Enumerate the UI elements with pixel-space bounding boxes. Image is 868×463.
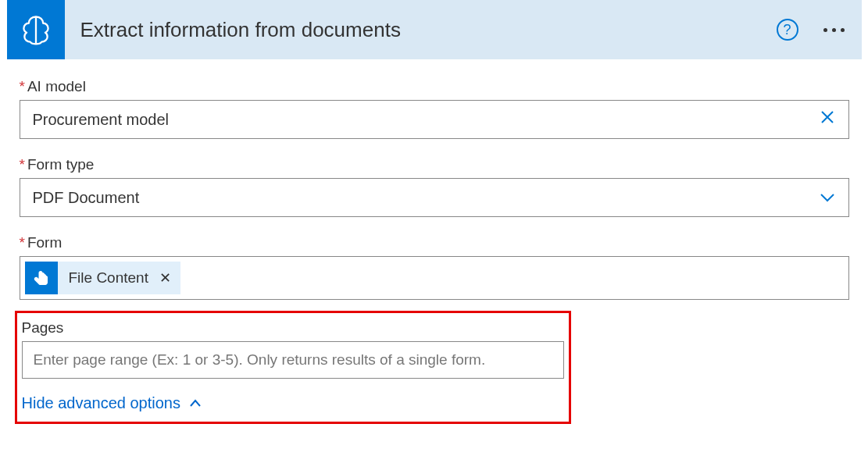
form-type-field: Form type PDF Document [20,156,849,217]
token-remove-icon[interactable]: ✕ [156,269,180,287]
token-label: File Content [58,269,156,287]
pages-label: Pages [22,319,564,337]
ai-model-label: AI model [20,78,849,95]
file-content-token: File Content ✕ [25,262,180,294]
ai-model-field: AI model Procurement model [20,78,849,139]
brain-icon [7,0,65,59]
chevron-down-icon [819,189,836,206]
more-icon[interactable] [817,22,851,38]
card-header: Extract information from documents ? [7,0,862,59]
ai-model-value: Procurement model [33,111,170,129]
touch-icon [25,262,58,294]
advanced-toggle-label: Hide advanced options [22,394,180,412]
hide-advanced-toggle[interactable]: Hide advanced options [22,394,564,412]
chevron-up-icon [188,397,202,411]
form-type-label: Form type [20,156,849,173]
action-card: Extract information from documents ? AI … [7,0,862,436]
form-field: Form File Content ✕ [20,234,849,300]
clear-icon[interactable] [819,109,836,130]
form-type-select[interactable]: PDF Document [20,178,849,217]
help-icon[interactable]: ? [777,19,798,41]
card-title: Extract information from documents [80,18,777,42]
form-label: Form [20,234,849,251]
card-body: AI model Procurement model Form type PDF… [7,59,862,436]
form-type-value: PDF Document [33,189,140,207]
highlight-annotation: Pages Hide advanced options [15,311,571,424]
ai-model-input[interactable]: Procurement model [20,100,849,139]
form-input[interactable]: File Content ✕ [20,256,849,300]
pages-input[interactable] [22,341,564,379]
